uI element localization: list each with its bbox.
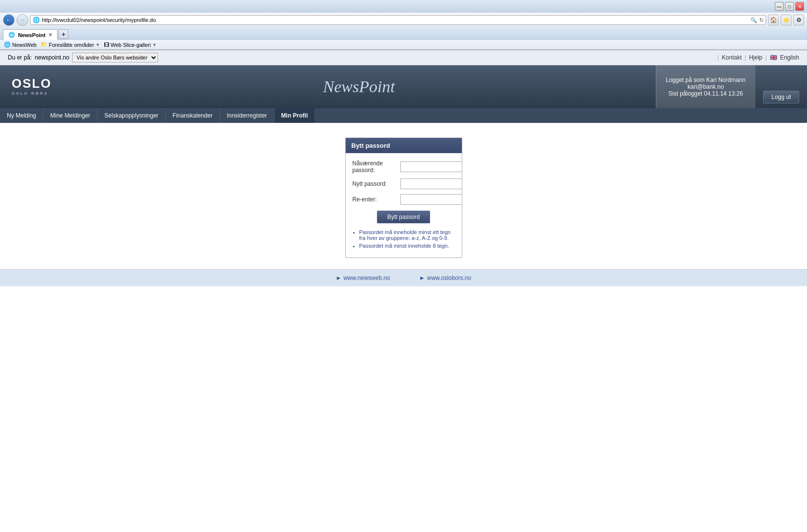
bookmark-webslice[interactable]: 🎞 Web Slice-galleri ▼	[104, 42, 157, 48]
footer-arrow-icon: ►	[419, 275, 425, 281]
address-bar: 🌐 🔍 ↻	[30, 15, 766, 25]
language-link[interactable]: English	[780, 54, 799, 61]
main-content: Bytt passord Nåværende passord: Nytt pas…	[0, 123, 807, 269]
refresh-icon[interactable]: ↻	[759, 17, 764, 23]
chevron-down-icon: ▼	[152, 42, 157, 47]
nav-min-profil[interactable]: Min Profil	[275, 108, 315, 123]
current-site: newspoint.no	[35, 54, 69, 61]
rule-1: Passordet må inneholde minst ett tegn fr…	[359, 229, 455, 241]
bookmark-icon: 🎞	[104, 42, 109, 48]
form-title: Bytt passord	[352, 142, 390, 149]
bookmark-label: NewsWeb	[12, 42, 37, 48]
home-button[interactable]: 🏠	[768, 15, 779, 25]
user-email: kari@bank.no	[666, 83, 746, 90]
footer-arrow-icon: ►	[336, 275, 342, 281]
new-password-row: Nytt passord:	[353, 178, 455, 189]
top-info-left: Du er på: newspoint.no Vis andre Oslo Bø…	[8, 53, 158, 62]
contact-link[interactable]: Kontakt	[722, 54, 742, 61]
window-controls: — □ ✕	[775, 2, 804, 11]
logout-area: Logg ut	[755, 65, 807, 108]
separator: |	[766, 54, 767, 61]
tab-favicon: 🌐	[8, 32, 15, 38]
reenter-input[interactable]	[400, 194, 462, 205]
bookmark-label: Foreslåtte områder	[49, 42, 94, 48]
reenter-row: Re-enter:	[353, 194, 455, 205]
submit-button[interactable]: Bytt passord	[377, 211, 430, 223]
password-form-container: Bytt passord Nåværende passord: Nytt pas…	[345, 138, 462, 258]
minimize-button[interactable]: —	[775, 2, 784, 11]
you-are-at-label: Du er på:	[8, 54, 32, 61]
address-input[interactable]	[42, 17, 748, 23]
site-dropdown[interactable]: Vis andre Oslo Børs websider	[72, 53, 158, 62]
password-rules: Passordet må inneholde minst ett tegn fr…	[353, 229, 455, 249]
current-password-label: Nåværende passord:	[353, 160, 396, 174]
close-button[interactable]: ✕	[795, 2, 804, 11]
flag-icon: 🇬🇧	[770, 54, 777, 61]
search-icon: 🔍	[750, 17, 757, 23]
footer-link-newsweb[interactable]: ► www.newsweb.no	[336, 275, 390, 281]
reenter-label: Re-enter:	[353, 196, 396, 203]
footer-link-label: www.newsweb.no	[343, 275, 390, 281]
chevron-down-icon: ▼	[96, 42, 100, 47]
back-button[interactable]: ←	[3, 14, 15, 26]
bookmark-newsweb[interactable]: 🌐 NewsWeb	[4, 41, 37, 48]
bookmark-label: Web Slice-galleri	[111, 42, 151, 48]
footer-link-oslobors[interactable]: ► www.oslobors.no	[419, 275, 472, 281]
last-login: Sist pålogget 04.11.14 13:26	[666, 90, 746, 97]
user-logged-in: Logget på som Kari Nordmann	[666, 77, 746, 83]
form-body: Nåværende passord: Nytt passord: Re-ente…	[346, 153, 462, 257]
browser-titlebar: — □ ✕	[0, 0, 807, 13]
logo-area: OSLO OSLO BØRS	[0, 65, 62, 108]
svg-text:OSLO: OSLO	[12, 76, 51, 91]
bookmark-icon: 🌐	[4, 41, 11, 48]
help-link[interactable]: Hjelp	[749, 54, 762, 61]
new-tab-button[interactable]: +	[59, 29, 68, 39]
oslo-logo: OSLO OSLO BØRS	[12, 73, 51, 100]
nav-mine-meldinger[interactable]: Mine Meldinger	[43, 108, 98, 123]
nav-selskapopplysninger[interactable]: Selskapopplysninger	[98, 108, 166, 123]
form-header: Bytt passord	[346, 138, 462, 153]
new-password-input[interactable]	[400, 178, 462, 189]
new-password-label: Nytt passord:	[353, 180, 396, 187]
bookmark-suggested[interactable]: 📁 Foreslåtte områder ▼	[40, 41, 100, 48]
settings-button[interactable]: ⚙	[793, 15, 804, 25]
bookmarks-bar: 🌐 NewsWeb 📁 Foreslåtte områder ▼ 🎞 Web S…	[0, 40, 807, 50]
site-header: OSLO OSLO BØRS NewsPoint Logget på som K…	[0, 65, 807, 108]
top-info-bar: Du er på: newspoint.no Vis andre Oslo Bø…	[0, 50, 807, 65]
browser-toolbar: ← → 🌐 🔍 ↻ 🏠 ⭐ ⚙	[0, 13, 807, 27]
user-info-box: Logget på som Kari Nordmann kari@bank.no…	[656, 65, 755, 108]
tab-close-button[interactable]: ✕	[48, 32, 52, 38]
nav-ny-melding[interactable]: Ny Melding	[0, 108, 43, 123]
browser-chrome: — □ ✕ ← → 🌐 🔍 ↻ 🏠 ⭐ ⚙ 🌐 NewsPoint ✕ +	[0, 0, 807, 50]
page-content: Du er på: newspoint.no Vis andre Oslo Bø…	[0, 50, 807, 481]
submit-row: Bytt passord	[353, 211, 455, 223]
whitespace	[0, 286, 807, 481]
rule-2: Passordet må minst inneholde 8 tegn.	[359, 243, 455, 249]
separator: |	[745, 54, 746, 61]
logout-button[interactable]: Logg ut	[763, 91, 799, 103]
nav-finanskalender[interactable]: Finanskalender	[166, 108, 220, 123]
svg-text:OSLO BØRS: OSLO BØRS	[12, 91, 48, 96]
tab-bar: 🌐 NewsPoint ✕ +	[0, 27, 807, 40]
current-password-row: Nåværende passord:	[353, 160, 455, 174]
tab-title: NewsPoint	[18, 32, 45, 38]
footer-link-label: www.oslobors.no	[427, 275, 472, 281]
top-info-right: | Kontakt | Hjelp | 🇬🇧 English	[717, 54, 799, 61]
bookmark-icon: 📁	[40, 41, 47, 48]
active-tab[interactable]: 🌐 NewsPoint ✕	[3, 29, 58, 40]
browser-action-buttons: 🏠 ⭐ ⚙	[768, 15, 804, 25]
logo-text: OSLO OSLO BØRS	[12, 73, 51, 100]
nav-innsiderregister[interactable]: Innsiderregister	[220, 108, 275, 123]
page-icon: 🌐	[33, 17, 40, 23]
maximize-button[interactable]: □	[785, 2, 794, 11]
site-footer: ► www.newsweb.no ► www.oslobors.no	[0, 269, 807, 286]
site-name: NewsPoint	[62, 65, 656, 108]
forward-button[interactable]: →	[17, 14, 28, 26]
favorites-button[interactable]: ⭐	[781, 15, 791, 25]
main-nav: Ny Melding Mine Meldinger Selskapopplysn…	[0, 108, 807, 123]
current-password-input[interactable]	[400, 161, 462, 172]
separator: |	[717, 54, 719, 61]
